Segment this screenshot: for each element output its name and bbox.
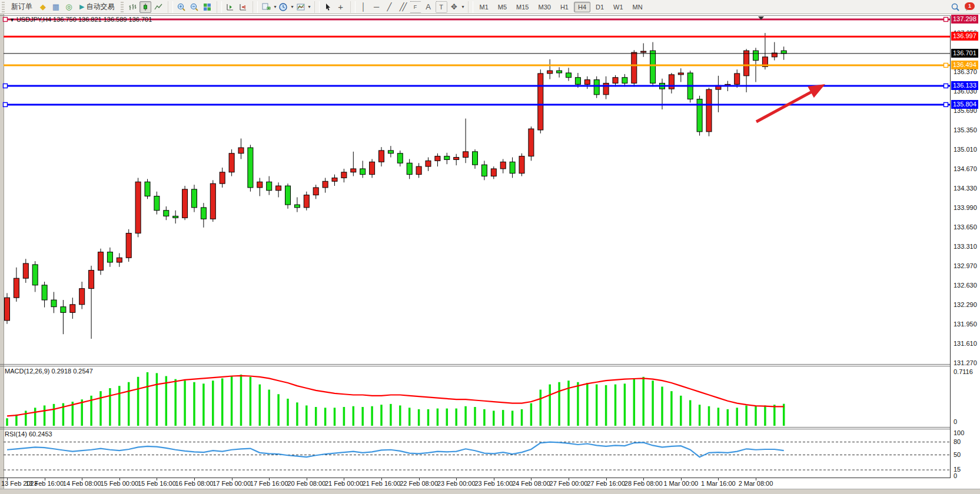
candlestick-chart-icon[interactable] <box>139 1 151 13</box>
price-scale-column[interactable]: 137.050136.710136.370136.030135.690135.3… <box>951 14 980 489</box>
macd-bar <box>128 382 130 426</box>
candle <box>416 163 421 178</box>
chevron-down-icon[interactable]: ▾ <box>308 4 311 9</box>
auto-trading-button[interactable]: ▶ 自动交易 <box>76 1 118 14</box>
crosshair-icon[interactable]: + <box>335 1 347 13</box>
macd-bar <box>156 373 158 426</box>
chat-icon[interactable]: 1 <box>961 1 976 13</box>
chevron-down-icon[interactable]: ▾ <box>274 4 276 9</box>
pane-separator[interactable] <box>0 364 980 365</box>
chevron-down-icon[interactable]: ▾ <box>291 4 293 9</box>
line-handle[interactable] <box>4 84 8 88</box>
candle <box>201 203 206 228</box>
line-handle[interactable] <box>944 63 948 67</box>
candle <box>584 76 590 89</box>
macd-bar <box>661 386 663 426</box>
line-handle[interactable] <box>4 18 8 22</box>
fibonacci-icon[interactable]: F <box>410 1 421 13</box>
macd-bar <box>231 376 233 426</box>
auto-scroll-icon[interactable] <box>224 1 236 13</box>
trend-arrow[interactable] <box>756 84 825 122</box>
cursor-icon[interactable] <box>322 1 334 13</box>
line-handle[interactable] <box>4 102 8 106</box>
search-icon[interactable] <box>949 1 961 13</box>
line-handle[interactable] <box>944 18 948 22</box>
macd-pane <box>0 366 980 427</box>
timeframe-d1-button[interactable]: D1 <box>592 2 608 12</box>
line-handle[interactable] <box>944 84 948 88</box>
candle <box>473 149 478 169</box>
macd-bar <box>745 405 748 426</box>
candle <box>772 42 777 61</box>
shapes-icon[interactable]: ✥ <box>449 1 460 13</box>
timeframe-h4-button[interactable]: H4 <box>574 2 590 12</box>
candle <box>42 282 47 308</box>
timeframe-m15-button[interactable]: M15 <box>512 2 533 12</box>
macd-bar <box>764 405 766 426</box>
macd-label: MACD(12,26,9) 0.2918 0.2547 <box>5 368 93 375</box>
chevron-down-icon[interactable]: ▾ <box>462 4 464 9</box>
horizontal-line-icon[interactable]: ─ <box>371 1 383 13</box>
indicators-icon[interactable] <box>295 1 307 13</box>
price-tick: 132.970 <box>954 262 977 269</box>
time-label: 2 Mar 08:00 <box>720 480 791 487</box>
new-order-button[interactable]: 新订单 <box>8 1 36 14</box>
candle <box>61 300 66 334</box>
toolbar-separator <box>314 1 320 13</box>
candle <box>444 153 450 164</box>
bar-chart-icon[interactable] <box>127 1 138 13</box>
candle <box>547 59 553 79</box>
tile-windows-icon[interactable] <box>201 1 213 13</box>
candle <box>79 282 85 309</box>
data-window-icon[interactable]: ▦ <box>50 1 62 13</box>
timeframe-clock-icon[interactable] <box>277 1 289 13</box>
trading-platform-window: 新订单 ◆ ▦ ◎ ▶ 自动交易 <box>0 0 980 494</box>
macd-bar <box>493 410 495 426</box>
macd-bar <box>464 406 467 426</box>
price-tick: 134.330 <box>954 185 977 192</box>
timeframe-m5-button[interactable]: M5 <box>494 2 511 12</box>
candle <box>435 153 440 166</box>
macd-bar <box>380 405 383 426</box>
chart-shift-icon[interactable] <box>237 1 249 13</box>
pane-separator[interactable] <box>0 427 980 428</box>
price-tick: 135.350 <box>954 126 977 133</box>
macd-signal-line <box>7 376 784 416</box>
price-badge: 137.298 <box>951 15 978 24</box>
label-icon[interactable]: T <box>436 1 447 13</box>
timeframe-h1-button[interactable]: H1 <box>556 2 573 12</box>
main-price-pane <box>0 16 980 365</box>
new-order-label: 新订单 <box>11 2 32 12</box>
timeframe-m1-button[interactable]: M1 <box>476 2 493 12</box>
candle <box>210 180 215 222</box>
candle <box>481 161 487 180</box>
macd-bar <box>474 407 476 426</box>
line-handle[interactable] <box>944 102 948 106</box>
macd-bar <box>221 378 224 426</box>
timeframe-w1-button[interactable]: W1 <box>609 2 627 12</box>
vertical-line-icon[interactable]: │ <box>358 1 370 13</box>
candle <box>135 178 141 237</box>
macd-bar <box>259 385 261 426</box>
text-icon[interactable]: A <box>423 1 434 13</box>
window-bottom-border <box>0 489 980 494</box>
candle <box>603 76 609 99</box>
timeframe-m30-button[interactable]: M30 <box>534 2 555 12</box>
candle <box>294 197 300 212</box>
macd-bar <box>296 402 298 426</box>
candle <box>538 69 543 133</box>
zoom-in-icon[interactable] <box>175 1 187 13</box>
channel-icon[interactable]: ╱╱ <box>397 1 408 13</box>
navigator-icon[interactable]: ◎ <box>63 1 75 13</box>
market-watch-icon[interactable]: ◆ <box>37 1 49 13</box>
new-chart-icon[interactable] <box>260 1 272 13</box>
timeframe-mn-button[interactable]: MN <box>629 2 647 12</box>
price-badge: 136.701 <box>951 49 978 58</box>
candle <box>351 152 356 176</box>
line-chart-icon[interactable] <box>152 1 164 13</box>
candle <box>678 68 683 82</box>
zoom-out-icon[interactable] <box>188 1 200 13</box>
trendline-icon[interactable]: ╱ <box>384 1 396 13</box>
candle <box>154 192 160 215</box>
macd-bar <box>483 409 486 426</box>
